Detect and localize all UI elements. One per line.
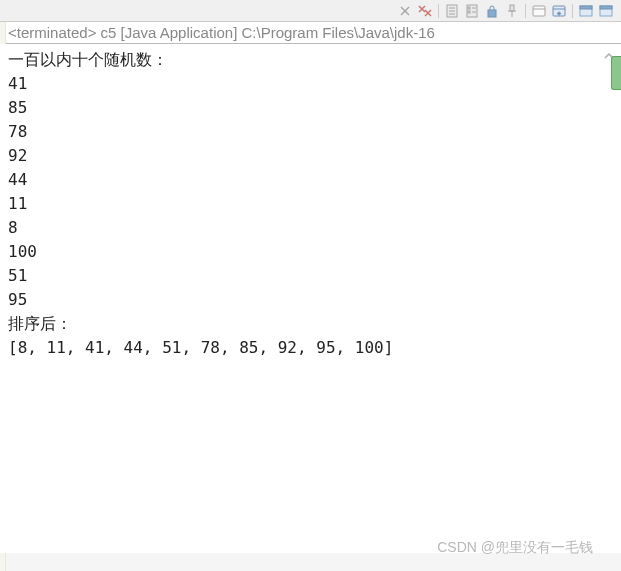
output-number: 100 [8,240,613,264]
maximize-icon[interactable] [597,2,615,20]
console-toolbar: + [0,0,621,22]
output-number: 8 [8,216,613,240]
toolbar-separator [525,4,526,18]
console-header: <terminated> c5 [Java Application] C:\Pr… [0,22,621,44]
svg-text:+: + [557,10,561,16]
output-number: 95 [8,288,613,312]
output-title: 一百以内十个随机数： [8,48,613,72]
checklist-icon[interactable] [463,2,481,20]
svg-rect-25 [580,6,592,9]
remove-all-icon[interactable] [416,2,434,20]
toolbar-separator [438,4,439,18]
watermark: CSDN @兜里没有一毛钱 [437,539,593,557]
remove-launch-icon[interactable] [396,2,414,20]
toolbar-separator [572,4,573,18]
app-name: c5 [101,24,117,41]
sorted-label: 排序后： [8,312,613,336]
svg-rect-11 [468,7,470,9]
output-number: 78 [8,120,613,144]
output-number: 51 [8,264,613,288]
console-output[interactable]: 一百以内十个随机数： 41 85 78 92 44 11 8 100 51 95… [0,44,621,553]
output-number: 44 [8,168,613,192]
output-number: 92 [8,144,613,168]
svg-rect-19 [533,6,545,16]
minimize-icon[interactable] [577,2,595,20]
sorted-array: [8, 11, 41, 44, 51, 78, 85, 92, 95, 100] [8,336,613,360]
jdk-path: C:\Program Files\Java\jdk-16 [242,24,435,41]
svg-rect-12 [468,11,470,13]
app-type: [Java Application] [121,24,238,41]
svg-rect-15 [488,10,496,17]
output-number: 11 [8,192,613,216]
output-number: 41 [8,72,613,96]
output-number: 85 [8,96,613,120]
right-edge-badge [611,56,621,90]
open-console-icon[interactable]: + [550,2,568,20]
display-console-icon[interactable] [530,2,548,20]
pin-console-icon[interactable] [503,2,521,20]
scroll-lock-icon[interactable] [483,2,501,20]
watermark-author: @兜里没有一毛钱 [481,539,593,555]
svg-rect-16 [510,5,514,11]
svg-rect-27 [600,6,612,9]
clear-console-icon[interactable] [443,2,461,20]
watermark-prefix: CSDN [437,539,477,555]
terminated-status: <terminated> [8,24,96,41]
